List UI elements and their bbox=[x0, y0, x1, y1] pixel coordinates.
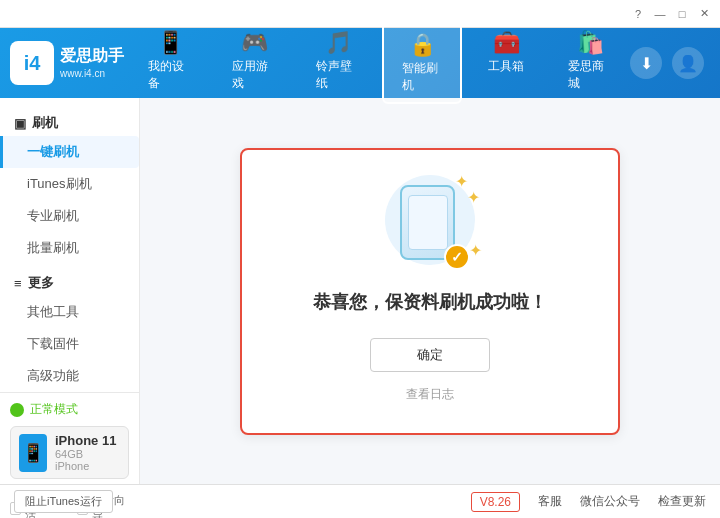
question-btn[interactable]: ? bbox=[630, 6, 646, 22]
tab-tools[interactable]: 🧰 工具箱 bbox=[466, 22, 546, 104]
device-storage: 64GB bbox=[55, 448, 116, 460]
device-card: 📱 iPhone 11 64GB iPhone bbox=[10, 426, 129, 479]
sidebar: ▣ 刷机 一键刷机 iTunes刷机 专业刷机 批量刷机 ≡ 更多 其他工具 下… bbox=[0, 98, 140, 484]
footer-left: 阻止iTunes运行 bbox=[14, 490, 113, 513]
sparkle-2: ✦ bbox=[467, 188, 480, 207]
header-actions: ⬇ 👤 bbox=[630, 47, 712, 79]
my-device-label: 我的设备 bbox=[148, 58, 192, 92]
minimize-btn[interactable]: — bbox=[652, 6, 668, 22]
check-update-link[interactable]: 检查更新 bbox=[658, 493, 706, 510]
mode-dot bbox=[10, 403, 24, 417]
device-type: iPhone bbox=[55, 460, 116, 472]
version-badge[interactable]: V8.26 bbox=[471, 492, 520, 512]
content-area: ✓ ✦ ✦ ✦ 恭喜您，保资料刷机成功啦！ 确定 查看日志 bbox=[140, 98, 720, 484]
device-name: iPhone 11 bbox=[55, 433, 116, 448]
confirm-button[interactable]: 确定 bbox=[370, 338, 490, 372]
more-section-icon: ≡ bbox=[14, 276, 22, 291]
header: i4 爱思助手 www.i4.cn 📱 我的设备 🎮 应用游戏 🎵 铃声壁纸 🔒… bbox=[0, 28, 720, 98]
close-btn[interactable]: ✕ bbox=[696, 6, 712, 22]
success-card: ✓ ✦ ✦ ✦ 恭喜您，保资料刷机成功啦！ 确定 查看日志 bbox=[240, 148, 620, 435]
my-device-icon: 📱 bbox=[157, 30, 184, 56]
download-btn[interactable]: ⬇ bbox=[630, 47, 662, 79]
tools-label: 工具箱 bbox=[488, 58, 524, 75]
smart-flash-label: 智能刷机 bbox=[402, 60, 442, 94]
footer-right: V8.26 客服 微信公众号 检查更新 bbox=[471, 492, 706, 512]
sidebar-item-one-key-flash[interactable]: 一键刷机 bbox=[0, 136, 139, 168]
device-area: 正常模式 📱 iPhone 11 64GB iPhone bbox=[0, 392, 139, 487]
success-message: 恭喜您，保资料刷机成功啦！ bbox=[313, 290, 547, 314]
brand-url: www.i4.cn bbox=[60, 67, 124, 81]
tab-smart-flash[interactable]: 🔒 智能刷机 bbox=[382, 22, 462, 104]
sidebar-item-batch-flash[interactable]: 批量刷机 bbox=[0, 232, 139, 264]
support-link[interactable]: 客服 bbox=[538, 493, 562, 510]
main-layout: ▣ 刷机 一键刷机 iTunes刷机 专业刷机 批量刷机 ≡ 更多 其他工具 下… bbox=[0, 98, 720, 484]
ringtones-label: 铃声壁纸 bbox=[316, 58, 360, 92]
sidebar-item-pro-flash[interactable]: 专业刷机 bbox=[0, 200, 139, 232]
smart-flash-icon: 🔒 bbox=[409, 32, 436, 58]
tab-shop[interactable]: 🛍️ 爱思商城 bbox=[550, 22, 630, 104]
logo-text: 爱思助手 www.i4.cn bbox=[60, 45, 124, 81]
footer: 阻止iTunes运行 V8.26 客服 微信公众号 检查更新 bbox=[0, 484, 720, 518]
apps-games-label: 应用游戏 bbox=[232, 58, 276, 92]
flash-section-label: ▣ 刷机 bbox=[0, 108, 139, 136]
sidebar-item-itunes-flash[interactable]: iTunes刷机 bbox=[0, 168, 139, 200]
user-btn[interactable]: 👤 bbox=[672, 47, 704, 79]
sparkle-3: ✦ bbox=[469, 241, 482, 260]
device-mode: 正常模式 bbox=[10, 401, 129, 418]
sidebar-item-advanced[interactable]: 高级功能 bbox=[0, 360, 139, 392]
logo-icon: i4 bbox=[10, 41, 54, 85]
ringtones-icon: 🎵 bbox=[325, 30, 352, 56]
tools-icon: 🧰 bbox=[493, 30, 520, 56]
device-icon: 📱 bbox=[19, 434, 47, 472]
logo-area: i4 爱思助手 www.i4.cn bbox=[10, 41, 130, 85]
phone-illustration: ✓ ✦ ✦ ✦ bbox=[390, 180, 470, 270]
shop-label: 爱思商城 bbox=[568, 58, 612, 92]
mode-label: 正常模式 bbox=[30, 401, 78, 418]
sidebar-item-download-firmware[interactable]: 下载固件 bbox=[0, 328, 139, 360]
maximize-btn[interactable]: □ bbox=[674, 6, 690, 22]
tab-my-device[interactable]: 📱 我的设备 bbox=[130, 22, 210, 104]
apps-games-icon: 🎮 bbox=[241, 30, 268, 56]
stop-itunes-button[interactable]: 阻止iTunes运行 bbox=[14, 490, 113, 513]
check-badge: ✓ bbox=[444, 244, 470, 270]
tab-apps-games[interactable]: 🎮 应用游戏 bbox=[214, 22, 294, 104]
view-log-link[interactable]: 查看日志 bbox=[406, 386, 454, 403]
flash-section-icon: ▣ bbox=[14, 116, 26, 131]
wechat-link[interactable]: 微信公众号 bbox=[580, 493, 640, 510]
device-info: iPhone 11 64GB iPhone bbox=[55, 433, 116, 472]
more-section-label: ≡ 更多 bbox=[0, 264, 139, 296]
shop-icon: 🛍️ bbox=[577, 30, 604, 56]
tab-ringtones[interactable]: 🎵 铃声壁纸 bbox=[298, 22, 378, 104]
phone-screen bbox=[408, 195, 448, 250]
title-bar-controls: ? — □ ✕ bbox=[630, 6, 712, 22]
nav-tabs: 📱 我的设备 🎮 应用游戏 🎵 铃声壁纸 🔒 智能刷机 🧰 工具箱 🛍️ 爱思商… bbox=[130, 22, 630, 104]
brand-name: 爱思助手 bbox=[60, 45, 124, 67]
sidebar-item-other-tools[interactable]: 其他工具 bbox=[0, 296, 139, 328]
